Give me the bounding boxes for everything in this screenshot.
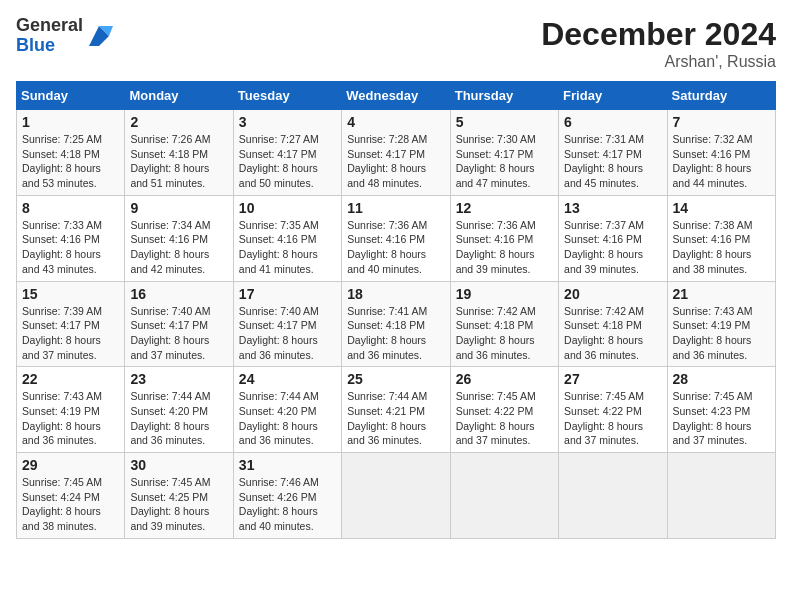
day-header-tuesday: Tuesday: [233, 82, 341, 110]
title-block: December 2024 Arshan', Russia: [541, 16, 776, 71]
day-number: 13: [564, 200, 661, 216]
calendar-cell: 22 Sunrise: 7:43 AMSunset: 4:19 PMDaylig…: [17, 367, 125, 453]
calendar-cell: [667, 453, 775, 539]
calendar-cell: 16 Sunrise: 7:40 AMSunset: 4:17 PMDaylig…: [125, 281, 233, 367]
calendar-cell: 12 Sunrise: 7:36 AMSunset: 4:16 PMDaylig…: [450, 195, 558, 281]
logo-blue: Blue: [16, 35, 55, 55]
day-number: 8: [22, 200, 119, 216]
day-number: 24: [239, 371, 336, 387]
day-number: 27: [564, 371, 661, 387]
day-number: 2: [130, 114, 227, 130]
day-detail: Sunrise: 7:27 AMSunset: 4:17 PMDaylight:…: [239, 133, 319, 189]
page-subtitle: Arshan', Russia: [541, 53, 776, 71]
day-detail: Sunrise: 7:40 AMSunset: 4:17 PMDaylight:…: [239, 305, 319, 361]
day-header-sunday: Sunday: [17, 82, 125, 110]
day-detail: Sunrise: 7:35 AMSunset: 4:16 PMDaylight:…: [239, 219, 319, 275]
calendar-cell: 24 Sunrise: 7:44 AMSunset: 4:20 PMDaylig…: [233, 367, 341, 453]
calendar-cell: 30 Sunrise: 7:45 AMSunset: 4:25 PMDaylig…: [125, 453, 233, 539]
day-detail: Sunrise: 7:45 AMSunset: 4:23 PMDaylight:…: [673, 390, 753, 446]
day-number: 12: [456, 200, 553, 216]
calendar-cell: [342, 453, 450, 539]
day-detail: Sunrise: 7:44 AMSunset: 4:21 PMDaylight:…: [347, 390, 427, 446]
page-header: General Blue December 2024 Arshan', Russ…: [16, 16, 776, 71]
day-detail: Sunrise: 7:45 AMSunset: 4:24 PMDaylight:…: [22, 476, 102, 532]
calendar-cell: 23 Sunrise: 7:44 AMSunset: 4:20 PMDaylig…: [125, 367, 233, 453]
day-detail: Sunrise: 7:31 AMSunset: 4:17 PMDaylight:…: [564, 133, 644, 189]
day-number: 9: [130, 200, 227, 216]
calendar-cell: 8 Sunrise: 7:33 AMSunset: 4:16 PMDayligh…: [17, 195, 125, 281]
day-detail: Sunrise: 7:44 AMSunset: 4:20 PMDaylight:…: [130, 390, 210, 446]
calendar-cell: 1 Sunrise: 7:25 AMSunset: 4:18 PMDayligh…: [17, 110, 125, 196]
day-header-friday: Friday: [559, 82, 667, 110]
day-detail: Sunrise: 7:39 AMSunset: 4:17 PMDaylight:…: [22, 305, 102, 361]
day-number: 14: [673, 200, 770, 216]
calendar-cell: 15 Sunrise: 7:39 AMSunset: 4:17 PMDaylig…: [17, 281, 125, 367]
calendar-cell: 28 Sunrise: 7:45 AMSunset: 4:23 PMDaylig…: [667, 367, 775, 453]
logo-icon: [85, 22, 113, 50]
day-detail: Sunrise: 7:33 AMSunset: 4:16 PMDaylight:…: [22, 219, 102, 275]
calendar-week-row: 8 Sunrise: 7:33 AMSunset: 4:16 PMDayligh…: [17, 195, 776, 281]
calendar-week-row: 22 Sunrise: 7:43 AMSunset: 4:19 PMDaylig…: [17, 367, 776, 453]
day-number: 23: [130, 371, 227, 387]
calendar-cell: 13 Sunrise: 7:37 AMSunset: 4:16 PMDaylig…: [559, 195, 667, 281]
day-detail: Sunrise: 7:45 AMSunset: 4:25 PMDaylight:…: [130, 476, 210, 532]
calendar-cell: 27 Sunrise: 7:45 AMSunset: 4:22 PMDaylig…: [559, 367, 667, 453]
page-title: December 2024: [541, 16, 776, 53]
day-number: 26: [456, 371, 553, 387]
day-detail: Sunrise: 7:46 AMSunset: 4:26 PMDaylight:…: [239, 476, 319, 532]
calendar-cell: [559, 453, 667, 539]
day-number: 6: [564, 114, 661, 130]
day-detail: Sunrise: 7:28 AMSunset: 4:17 PMDaylight:…: [347, 133, 427, 189]
calendar-cell: 9 Sunrise: 7:34 AMSunset: 4:16 PMDayligh…: [125, 195, 233, 281]
calendar-cell: 11 Sunrise: 7:36 AMSunset: 4:16 PMDaylig…: [342, 195, 450, 281]
day-detail: Sunrise: 7:44 AMSunset: 4:20 PMDaylight:…: [239, 390, 319, 446]
calendar-week-row: 15 Sunrise: 7:39 AMSunset: 4:17 PMDaylig…: [17, 281, 776, 367]
day-number: 21: [673, 286, 770, 302]
calendar-cell: 14 Sunrise: 7:38 AMSunset: 4:16 PMDaylig…: [667, 195, 775, 281]
day-number: 1: [22, 114, 119, 130]
logo-general: General: [16, 15, 83, 35]
day-number: 3: [239, 114, 336, 130]
day-detail: Sunrise: 7:26 AMSunset: 4:18 PMDaylight:…: [130, 133, 210, 189]
day-detail: Sunrise: 7:32 AMSunset: 4:16 PMDaylight:…: [673, 133, 753, 189]
day-number: 22: [22, 371, 119, 387]
day-detail: Sunrise: 7:43 AMSunset: 4:19 PMDaylight:…: [673, 305, 753, 361]
calendar-cell: 25 Sunrise: 7:44 AMSunset: 4:21 PMDaylig…: [342, 367, 450, 453]
calendar-cell: 10 Sunrise: 7:35 AMSunset: 4:16 PMDaylig…: [233, 195, 341, 281]
day-detail: Sunrise: 7:40 AMSunset: 4:17 PMDaylight:…: [130, 305, 210, 361]
day-detail: Sunrise: 7:36 AMSunset: 4:16 PMDaylight:…: [347, 219, 427, 275]
calendar-cell: 21 Sunrise: 7:43 AMSunset: 4:19 PMDaylig…: [667, 281, 775, 367]
day-detail: Sunrise: 7:42 AMSunset: 4:18 PMDaylight:…: [564, 305, 644, 361]
day-detail: Sunrise: 7:42 AMSunset: 4:18 PMDaylight:…: [456, 305, 536, 361]
day-detail: Sunrise: 7:25 AMSunset: 4:18 PMDaylight:…: [22, 133, 102, 189]
day-number: 30: [130, 457, 227, 473]
calendar-cell: 19 Sunrise: 7:42 AMSunset: 4:18 PMDaylig…: [450, 281, 558, 367]
day-number: 15: [22, 286, 119, 302]
calendar-cell: 4 Sunrise: 7:28 AMSunset: 4:17 PMDayligh…: [342, 110, 450, 196]
calendar-week-row: 1 Sunrise: 7:25 AMSunset: 4:18 PMDayligh…: [17, 110, 776, 196]
calendar-week-row: 29 Sunrise: 7:45 AMSunset: 4:24 PMDaylig…: [17, 453, 776, 539]
logo: General Blue: [16, 16, 113, 56]
calendar-cell: 20 Sunrise: 7:42 AMSunset: 4:18 PMDaylig…: [559, 281, 667, 367]
calendar-table: SundayMondayTuesdayWednesdayThursdayFrid…: [16, 81, 776, 539]
day-number: 5: [456, 114, 553, 130]
day-detail: Sunrise: 7:36 AMSunset: 4:16 PMDaylight:…: [456, 219, 536, 275]
day-header-monday: Monday: [125, 82, 233, 110]
day-number: 7: [673, 114, 770, 130]
calendar-cell: 5 Sunrise: 7:30 AMSunset: 4:17 PMDayligh…: [450, 110, 558, 196]
day-header-thursday: Thursday: [450, 82, 558, 110]
day-detail: Sunrise: 7:45 AMSunset: 4:22 PMDaylight:…: [564, 390, 644, 446]
day-number: 19: [456, 286, 553, 302]
day-number: 29: [22, 457, 119, 473]
day-number: 4: [347, 114, 444, 130]
calendar-header-row: SundayMondayTuesdayWednesdayThursdayFrid…: [17, 82, 776, 110]
calendar-cell: 3 Sunrise: 7:27 AMSunset: 4:17 PMDayligh…: [233, 110, 341, 196]
calendar-cell: 29 Sunrise: 7:45 AMSunset: 4:24 PMDaylig…: [17, 453, 125, 539]
day-detail: Sunrise: 7:41 AMSunset: 4:18 PMDaylight:…: [347, 305, 427, 361]
day-number: 17: [239, 286, 336, 302]
day-number: 31: [239, 457, 336, 473]
day-header-wednesday: Wednesday: [342, 82, 450, 110]
calendar-cell: 2 Sunrise: 7:26 AMSunset: 4:18 PMDayligh…: [125, 110, 233, 196]
day-detail: Sunrise: 7:45 AMSunset: 4:22 PMDaylight:…: [456, 390, 536, 446]
calendar-cell: [450, 453, 558, 539]
